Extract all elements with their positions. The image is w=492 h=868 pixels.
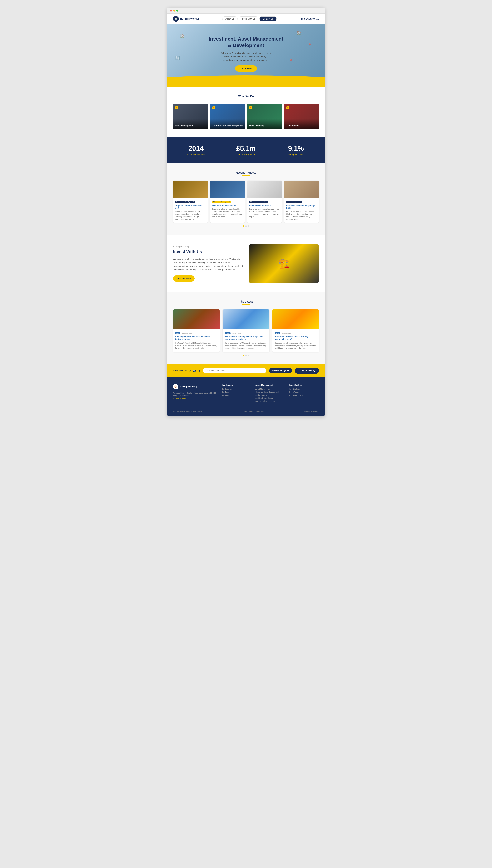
footer-col-services: Asset Management Asset Management Corpor…	[255, 384, 286, 403]
service-card-asset-management[interactable]: 📍 Asset Management	[173, 104, 208, 129]
logo[interactable]: 🏠 HS Property Group	[173, 16, 199, 22]
carousel-dots	[173, 226, 319, 227]
project-desc-1: 22,000 sqft business and storage centre,…	[175, 210, 206, 221]
project-img-4	[284, 181, 319, 198]
invest-company-name: HS Property Group	[173, 246, 243, 248]
latest-card-1[interactable]: Blog 1 August 2019 Climbing Snowdon to r…	[173, 310, 220, 352]
invest-content: HS Property Group Invest With Us We have…	[173, 246, 243, 282]
project-title-2: Tib Street, Manchester, M4	[212, 204, 243, 207]
latest-article-title-1: Climbing Snowdon to raise money for fant…	[175, 335, 217, 341]
footer-logo-text: HS Property Group	[180, 386, 197, 388]
newsletter-label: Let's connect	[173, 370, 187, 372]
footer-link-social-housing[interactable]: Social Housing	[255, 394, 286, 396]
footer-link-team[interactable]: Our Team	[222, 391, 251, 393]
latest-date-1: 1 August 2019	[182, 332, 192, 334]
newsletter-bar: Let's connect 𝕏 📷 in Newsletter signup M…	[167, 364, 325, 377]
footer-col-company-title: Our Company	[222, 384, 251, 386]
invest-image: 🏗️	[249, 244, 319, 283]
project-card-4[interactable]: Asset Management Portland Chambers, Stal…	[284, 181, 319, 222]
project-body-3: Shared Accommodation Ashton Road, Denton…	[247, 198, 282, 220]
stat-yield: 9.1% Average net yield	[273, 144, 319, 156]
latest-article-title-2: The Midlands property market is ripe wit…	[225, 335, 267, 341]
latest-dot-3[interactable]	[248, 355, 249, 357]
stat-income-number: £5.1m	[223, 144, 269, 153]
newsletter-email-input[interactable]	[203, 368, 266, 373]
make-enquiry-button[interactable]: Make an enquiry	[295, 368, 319, 374]
project-card-1[interactable]: Commercial Development Progress Centre, …	[173, 181, 208, 222]
service-card-development[interactable]: 📍 Development	[284, 104, 319, 129]
project-card-2[interactable]: Mixed-use Development Tib Street, Manche…	[210, 181, 245, 222]
project-card-3[interactable]: Shared Accommodation Ashton Road, Denton…	[247, 181, 282, 222]
footer-address-text: Progress Centre, Charlton Place, Manches…	[173, 392, 218, 395]
newsletter-signup-button[interactable]: Newsletter signup	[269, 368, 292, 373]
service-card-corporate-social[interactable]: 📍 Corporate Social Development	[210, 104, 245, 129]
invest-description: We have a variety of products for invest…	[173, 257, 243, 271]
footer-email-link[interactable]: ✉ Send an email	[173, 397, 218, 400]
project-desc-4: Acquired income producing freehold block…	[286, 210, 317, 221]
project-badge-4: Asset Management	[286, 201, 302, 203]
projects-section-underline	[242, 175, 250, 176]
social-icons: 𝕏 📷 in	[189, 369, 200, 372]
project-body-1: Commercial Development Progress Centre, …	[173, 198, 208, 222]
project-desc-2: Developed a freehold mixed-use block of …	[212, 208, 243, 218]
latest-dot-2[interactable]	[245, 355, 247, 357]
footer-link-corp-social[interactable]: Corporate Social Development	[255, 391, 286, 393]
footer-top: 🏠 HS Property Group Progress Centre, Cha…	[173, 384, 319, 403]
footer-link-company[interactable]: Our Company	[222, 388, 251, 390]
hero-title-line2: & Development	[228, 43, 264, 48]
carousel-dot-3[interactable]	[248, 226, 249, 227]
what-we-do-title: What We Do	[173, 95, 319, 98]
logo-text: HS Property Group	[180, 18, 199, 20]
what-we-do-section: What We Do 📍 Asset Management 📍 Corporat…	[167, 87, 325, 137]
footer-phone: +44 (0)161 820 6559	[173, 395, 218, 397]
twitter-icon[interactable]: 𝕏	[189, 369, 191, 372]
project-title-1: Progress Centre, Manchester, M12	[175, 204, 206, 209]
footer-link-commercial[interactable]: Commercial Development	[255, 400, 286, 402]
latest-section: The Latest Blog 1 August 2019 Climbing S…	[167, 292, 325, 364]
nav-link-invest[interactable]: Invest With Us	[239, 16, 259, 21]
latest-article-desc-2: It's no secret that the UK property mark…	[225, 342, 267, 350]
stat-income-label: Annual net income	[223, 154, 269, 156]
browser-dot-red[interactable]	[170, 9, 172, 11]
carousel-dot-1[interactable]	[243, 226, 244, 227]
footer-link-residential[interactable]: Residential Development	[255, 397, 286, 399]
footer-cookie-link[interactable]: Cookie policy	[255, 411, 264, 412]
footer-bottom-links: Privacy policy Cookie policy	[244, 411, 264, 412]
browser-bar	[167, 8, 325, 14]
hero-title-line1: Investment, Asset Management	[209, 36, 283, 42]
logo-icon: 🏠	[173, 16, 179, 22]
project-badge-1: Commercial Development	[175, 201, 195, 203]
nav-links: About Us Invest With Us Contact Us	[222, 16, 276, 21]
invest-cta-button[interactable]: Find out more	[173, 275, 195, 282]
footer-email-label: Send an email	[175, 398, 186, 400]
section-underline	[242, 99, 250, 99]
nav-link-about[interactable]: About Us	[222, 16, 237, 21]
browser-dot-yellow[interactable]	[173, 9, 175, 11]
project-title-4: Portland Chambers, Stalybridge, SK15	[286, 204, 317, 209]
latest-article-desc-3: Blackpool has a long-standing history as…	[275, 342, 317, 350]
latest-card-3[interactable]: News 29 July 2019 Blackpool: the North W…	[272, 310, 319, 352]
latest-carousel-dots	[173, 355, 319, 357]
nav-link-contact[interactable]: Contact Us	[260, 16, 276, 21]
project-img-2	[210, 181, 245, 198]
navigation: 🏠 HS Property Group About Us Invest With…	[167, 14, 325, 24]
logo-house-icon: 🏠	[174, 17, 178, 20]
stat-income: £5.1m Annual net income	[223, 144, 269, 156]
footer-link-requirements[interactable]: Our Requirements	[289, 394, 319, 396]
hero-description: HS Property Group is an innovative real …	[219, 52, 273, 62]
latest-dot-1[interactable]	[243, 355, 244, 357]
latest-title: The Latest	[173, 300, 319, 303]
service-card-social-housing[interactable]: 📍 Social Housing	[247, 104, 282, 129]
project-img-1	[173, 181, 208, 198]
footer-link-invest-with-us[interactable]: Invest With Us	[289, 388, 319, 390]
footer-privacy-link[interactable]: Privacy policy	[244, 411, 253, 412]
linkedin-icon[interactable]: in	[198, 369, 200, 372]
browser-dot-green[interactable]	[176, 9, 178, 11]
carousel-dot-2[interactable]	[245, 226, 247, 227]
latest-card-2[interactable]: News 31 July 2019 The Midlands property …	[223, 310, 269, 352]
hero-cta-button[interactable]: Get in touch	[235, 65, 257, 72]
instagram-icon[interactable]: 📷	[193, 369, 196, 372]
footer-link-get-in-touch[interactable]: Get In Touch	[289, 391, 319, 393]
footer-link-ethos[interactable]: Our Ethos	[222, 394, 251, 396]
footer-link-asset-mgmt[interactable]: Asset Management	[255, 388, 286, 390]
